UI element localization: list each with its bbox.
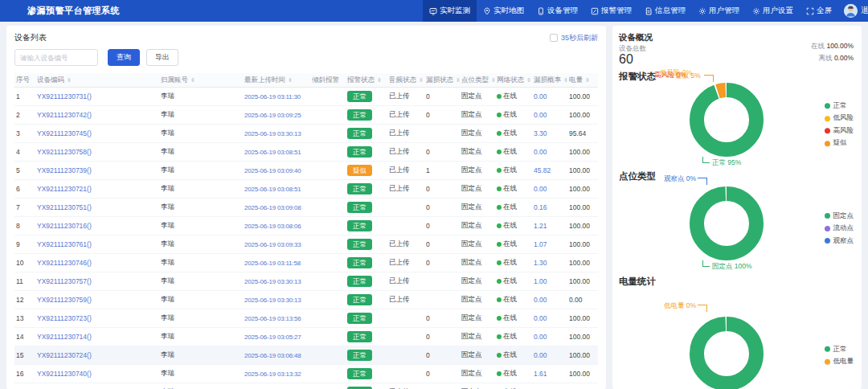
legend-item[interactable]: 流动点 (825, 223, 854, 233)
nav-item-monitor[interactable]: 实时监测 (423, 0, 477, 22)
column-header[interactable]: 网络状态 (497, 76, 534, 85)
table-row[interactable]: 15YX92111230724()李瑞2025-06-19 03:06:48正常… (14, 346, 598, 365)
table-row[interactable]: 2YX92111230742()李瑞2025-06-19 03:09:25正常已… (14, 106, 598, 125)
device-code-link[interactable]: YX92111230721() (37, 185, 92, 193)
column-header[interactable]: 归属账号 (161, 76, 244, 85)
column-header[interactable]: 设备编码 (37, 76, 161, 85)
nav-item-map-pin[interactable]: 实时地图 (477, 0, 530, 22)
leak-probability-link[interactable]: 0.00 (534, 351, 547, 359)
leak-state-cell: 0 (426, 370, 430, 378)
leak-state-cell: 0 (426, 111, 461, 119)
leak-probability-link[interactable]: 1.61 (534, 370, 547, 378)
nav-item-fullscreen[interactable]: 全屏 (800, 0, 838, 22)
sort-caret-icon[interactable] (564, 76, 567, 84)
nav-item-user-manage-gear[interactable]: 用户管理 (692, 0, 746, 22)
legend-item[interactable]: 观察点 (825, 236, 854, 246)
leak-probability-link[interactable]: 1.21 (534, 222, 547, 230)
legend-item[interactable]: 低风险 (825, 113, 854, 123)
sort-caret-icon[interactable] (289, 76, 292, 84)
truncated-nav-item[interactable]: 退 (861, 6, 868, 16)
table-row[interactable]: 4YX92111230758()李瑞2025-06-19 03:08:51正常已… (14, 143, 598, 162)
device-code-link[interactable]: YX92111230740() (37, 370, 92, 378)
sort-caret-icon[interactable] (527, 76, 530, 84)
leak-probability-link[interactable]: 0.00 (534, 296, 547, 304)
legend-dot-icon (825, 141, 830, 146)
table-row[interactable]: 7YX92111230751()李瑞2025-06-19 03:09:08正常0… (14, 199, 598, 217)
device-code-link[interactable]: YX92111230731() (37, 92, 92, 100)
device-code-link[interactable]: YX92111230742() (37, 111, 92, 119)
table-row[interactable]: 14YX92111230714()李瑞2025-06-19 03:05:27正常… (14, 328, 598, 346)
table-row[interactable]: 5YX92111230739()李瑞2025-06-19 03:09:40疑似已… (14, 162, 598, 180)
sort-caret-icon[interactable] (68, 76, 71, 84)
auto-refresh-checkbox[interactable]: 35秒后刷新 (550, 33, 598, 43)
export-button[interactable]: 导出 (146, 49, 178, 66)
device-code-link[interactable]: YX92111230745() (37, 129, 92, 137)
device-code-search-input[interactable] (14, 49, 98, 66)
table-row[interactable]: 11YX92111230757()李瑞2025-06-19 03:30:13正常… (14, 272, 598, 291)
sort-caret-icon[interactable] (378, 76, 381, 84)
device-code-link[interactable]: YX92111230759() (37, 296, 92, 304)
column-header[interactable]: 点位类型 (461, 76, 497, 85)
app-title: 渗漏预警平台管理系统 (27, 5, 120, 17)
device-code-link[interactable]: YX92111230758() (37, 148, 92, 156)
sort-caret-icon[interactable] (457, 76, 460, 84)
checkbox-icon[interactable] (550, 34, 558, 42)
user-avatar[interactable] (844, 4, 858, 18)
leak-probability-link[interactable]: 0.00 (534, 185, 547, 193)
device-code-link[interactable]: YX92111230757() (37, 277, 92, 285)
table-row[interactable]: 13YX92111230723()李瑞2025-06-19 03:13:56正常… (14, 309, 598, 328)
sort-caret-icon[interactable] (191, 76, 194, 84)
leak-probability-link[interactable]: 1.07 (534, 240, 547, 248)
leak-probability-link[interactable]: 1.30 (534, 259, 547, 267)
legend-item[interactable]: 疑似 (825, 138, 854, 148)
device-code-link: YX92111230740() (37, 370, 161, 378)
table-row[interactable]: 9YX92111230761()李瑞2025-06-19 03:09:33正常已… (14, 235, 598, 254)
device-code-link[interactable]: YX92111230746() (37, 259, 92, 267)
legend-item[interactable]: 高风险 (825, 126, 854, 136)
leak-probability-link[interactable]: 3.30 (534, 129, 547, 137)
table-row[interactable]: 12YX92111230759()李瑞2025-06-19 03:30:13正常… (14, 291, 598, 309)
table-row[interactable]: 3YX92111230745()李瑞2025-06-19 03:30:13正常已… (14, 125, 598, 143)
column-header[interactable]: 最新上传时间 (244, 76, 312, 85)
leak-probability-link[interactable]: 0.00 (534, 92, 547, 100)
sort-caret-icon[interactable] (586, 76, 589, 84)
table-row[interactable]: 8YX92111230716()李瑞2025-06-19 03:08:06正常0… (14, 217, 598, 235)
nav-item-device[interactable]: 设备管理 (530, 0, 584, 22)
sort-caret-icon[interactable] (492, 76, 495, 84)
legend-item[interactable]: 正常 (825, 344, 854, 354)
device-code-link[interactable]: YX92111230723() (37, 314, 92, 322)
legend-item[interactable]: 正常 (825, 101, 854, 111)
nav-item-user-settings-gear[interactable]: 用户设置 (746, 0, 800, 22)
column-header[interactable]: 音频状态 (389, 76, 426, 85)
table-row[interactable]: 1YX92111230731()李瑞2025-06-19 03:11:30正常已… (14, 88, 598, 106)
column-header[interactable]: 电量 (569, 76, 598, 85)
legend-item[interactable]: 固定点 (825, 211, 854, 221)
nav-item-alarm-edit[interactable]: 报警管理 (584, 0, 638, 22)
point-type-cell: 固定点 (461, 184, 482, 194)
device-code-link[interactable]: YX92111230739() (37, 166, 92, 174)
sort-caret-icon[interactable] (420, 76, 423, 84)
leak-probability-link[interactable]: 0.00 (534, 333, 547, 341)
leak-probability-link[interactable]: 45.82 (534, 166, 551, 174)
column-header[interactable]: 漏损概率 (534, 76, 569, 85)
column-header[interactable]: 报警状态 (347, 76, 389, 85)
alarm-status-donut (686, 80, 767, 160)
leak-probability-link[interactable]: 0.00 (534, 314, 547, 322)
table-row[interactable]: 6YX92111230721()李瑞2025-06-19 03:08:51正常已… (14, 180, 598, 199)
query-button[interactable]: 查询 (108, 49, 140, 66)
device-code-link[interactable]: YX92111230724() (37, 351, 92, 359)
legend-item[interactable]: 低电量 (825, 357, 854, 366)
table-row[interactable]: 10YX92111230746()李瑞2025-06-19 03:11:58正常… (14, 254, 598, 272)
leak-probability-link[interactable]: 0.16 (534, 203, 547, 211)
leak-probability-link[interactable]: 1.00 (534, 277, 547, 285)
leak-probability-link[interactable]: 0.00 (534, 111, 547, 119)
leak-probability-link[interactable]: 0.00 (534, 148, 547, 156)
nav-item-info-doc[interactable]: 信息管理 (638, 0, 692, 22)
table-row[interactable]: 16YX92111230740()李瑞2025-06-19 03:13:32正常… (14, 365, 598, 383)
device-code-link[interactable]: YX92111230761() (37, 240, 92, 248)
column-header[interactable]: 漏损状态 (426, 76, 461, 85)
device-code-link[interactable]: YX92111230714() (37, 333, 92, 341)
table-row[interactable]: 17YX92111230756()李瑞2025-06-19 03:30:13正常… (14, 383, 598, 389)
device-code-link[interactable]: YX92111230716() (37, 222, 92, 230)
device-code-link[interactable]: YX92111230751() (37, 203, 92, 211)
